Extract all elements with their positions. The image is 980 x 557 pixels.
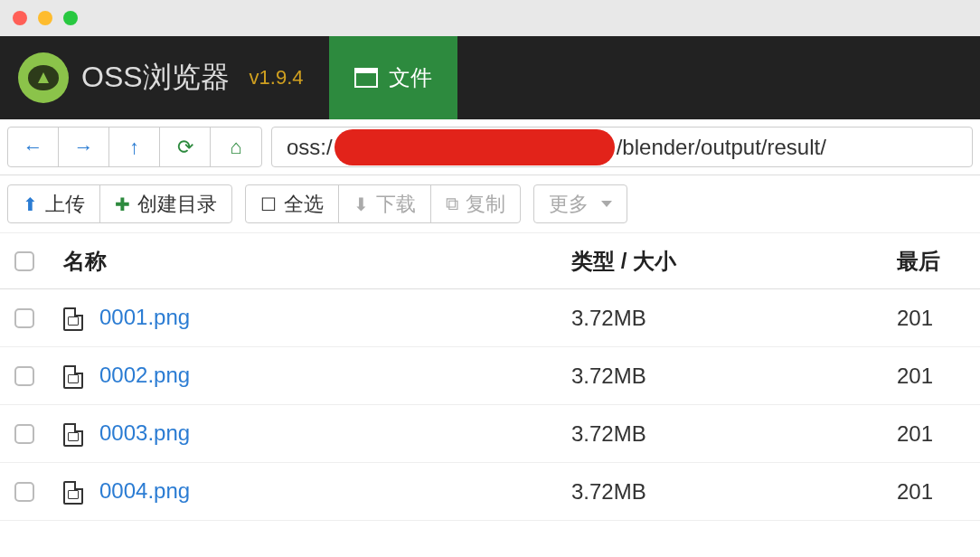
upload-label: 上传 (45, 191, 85, 218)
copy-label: 复制 (466, 191, 505, 218)
col-type-header[interactable]: 类型 / 大小 (571, 247, 897, 276)
more-button[interactable]: 更多 (534, 185, 627, 222)
window-minimize-button[interactable] (38, 11, 52, 25)
file-size: 3.72MB (571, 479, 897, 505)
col-name-header[interactable]: 名称 (63, 247, 571, 276)
table-row: 0003.png 3.72MB 201 (0, 405, 980, 463)
row-checkbox[interactable] (14, 308, 34, 328)
file-name-link[interactable]: 0004.png (99, 478, 190, 503)
select-all-label: 全选 (284, 191, 324, 218)
more-label: 更多 (549, 191, 589, 218)
window-close-button[interactable] (13, 11, 27, 25)
table-row: 0001.png 3.72MB 201 (0, 289, 980, 347)
window-zoom-button[interactable] (63, 11, 78, 25)
row-checkbox[interactable] (14, 366, 34, 386)
app-logo-icon (18, 52, 69, 103)
image-file-icon (63, 423, 83, 447)
upload-button[interactable]: ⬆ 上传 (8, 185, 100, 222)
file-date: 201 (897, 363, 966, 389)
brand: OSS浏览器 v1.9.4 (0, 36, 322, 119)
image-file-icon (63, 365, 83, 389)
tab-files[interactable]: 文件 (329, 36, 457, 119)
address-bar[interactable]: oss:/ /blender/output/result/ (271, 127, 973, 167)
app-version: v1.9.4 (250, 66, 304, 90)
mkdir-label: 创建目录 (137, 191, 217, 218)
table-row: 0002.png 3.72MB 201 (0, 347, 980, 405)
home-icon: ⌂ (230, 136, 241, 159)
row-checkbox[interactable] (14, 482, 34, 502)
mkdir-button[interactable]: ✚ 创建目录 (100, 185, 231, 222)
nav-refresh-button[interactable]: ⟳ (160, 127, 211, 166)
checkbox-empty-icon: ☐ (260, 194, 277, 215)
file-date: 201 (897, 306, 966, 331)
refresh-icon: ⟳ (177, 136, 193, 159)
image-file-icon (63, 307, 83, 331)
address-prefix: oss:/ (287, 135, 333, 160)
copy-button[interactable]: ⧉ 复制 (431, 185, 520, 222)
address-suffix: /blender/output/result/ (617, 135, 826, 160)
file-name-link[interactable]: 0002.png (99, 363, 190, 387)
file-name-link[interactable]: 0003.png (99, 420, 190, 445)
tab-files-label: 文件 (389, 63, 432, 92)
window-titlebar (0, 0, 980, 36)
file-size: 3.72MB (571, 421, 897, 447)
nav-forward-button[interactable]: → (59, 127, 109, 166)
file-name-link[interactable]: 0001.png (99, 305, 190, 329)
download-button[interactable]: ⬇ 下载 (339, 185, 431, 222)
arrow-left-icon: ← (24, 136, 43, 159)
nav-home-button[interactable]: ⌂ (211, 127, 261, 166)
file-date: 201 (897, 479, 966, 505)
nav-back-button[interactable]: ← (8, 127, 59, 166)
row-checkbox[interactable] (14, 424, 34, 444)
upload-icon: ⬆ (23, 194, 38, 215)
select-all-checkbox[interactable] (14, 251, 34, 271)
app-title: OSS浏览器 (81, 58, 230, 98)
copy-icon: ⧉ (446, 194, 458, 214)
arrow-up-icon: ↑ (129, 136, 139, 159)
action-toolbar: ⬆ 上传 ✚ 创建目录 ☐ 全选 ⬇ 下载 ⧉ 复制 更多 (0, 175, 980, 233)
folder-icon (354, 68, 378, 88)
nav-toolbar: ← → ↑ ⟳ ⌂ oss:/ /blender/output/result/ (0, 119, 980, 175)
table-header: 名称 类型 / 大小 最后 (0, 233, 980, 289)
select-all-button[interactable]: ☐ 全选 (246, 185, 339, 222)
chevron-down-icon (601, 201, 612, 207)
file-date: 201 (897, 421, 966, 447)
nav-button-group: ← → ↑ ⟳ ⌂ (7, 127, 262, 167)
arrow-right-icon: → (74, 136, 94, 159)
col-date-header[interactable]: 最后 (897, 247, 966, 276)
file-size: 3.72MB (571, 306, 897, 331)
download-icon: ⬇ (353, 194, 369, 215)
address-redacted (335, 129, 615, 165)
table-row: 0004.png 3.72MB 201 (0, 463, 980, 521)
download-label: 下载 (376, 191, 416, 218)
app-header: OSS浏览器 v1.9.4 文件 (0, 36, 980, 119)
plus-icon: ✚ (115, 194, 130, 215)
nav-up-button[interactable]: ↑ (109, 127, 160, 166)
file-size: 3.72MB (571, 363, 897, 389)
image-file-icon (63, 481, 83, 505)
